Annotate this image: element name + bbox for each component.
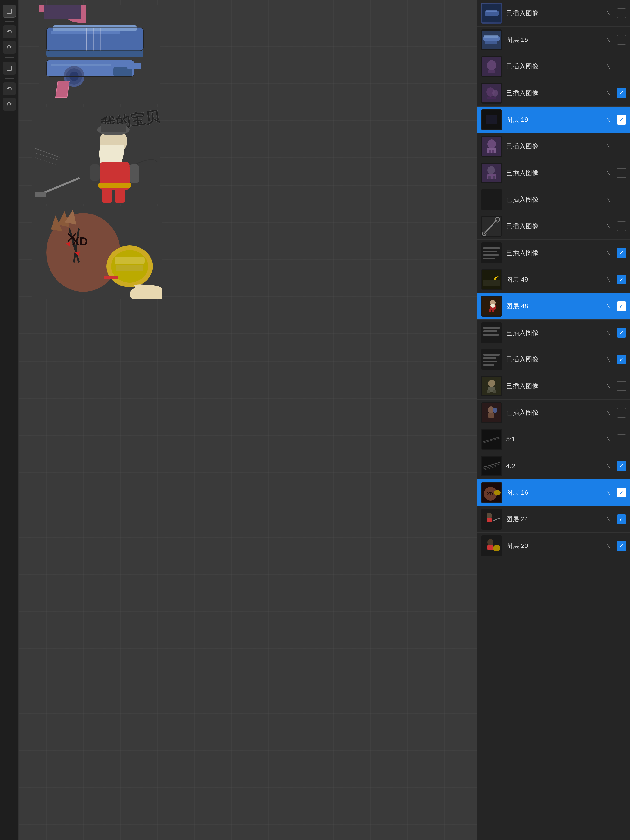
layer-info: 已插入图像	[506, 382, 605, 390]
layer-thumbnail	[481, 349, 502, 370]
divider3	[5, 78, 14, 79]
layer-visibility-checkbox[interactable]: ✓	[617, 115, 626, 125]
layer-mode: N	[605, 542, 612, 549]
layer-controls: N	[605, 8, 626, 18]
select-tool[interactable]	[3, 5, 16, 17]
layer-name: 4:2	[506, 462, 605, 470]
layer-row[interactable]: 已插入图像 N	[477, 53, 630, 80]
svg-point-67	[487, 139, 496, 149]
canvas-area[interactable]: 我的宝贝！	[19, 0, 477, 840]
svg-rect-52	[486, 10, 498, 11]
canvas-content: 我的宝贝！	[19, 0, 477, 840]
layer-thumbnail	[481, 83, 502, 104]
layer-mode: N	[605, 249, 612, 257]
layer-thumbnail	[481, 296, 502, 317]
layer-row[interactable]: 已插入图像 N	[477, 133, 630, 160]
layer-row[interactable]: 已插入图像 N ✓	[477, 320, 630, 346]
layer-thumbnail	[481, 136, 502, 157]
layer-thumbnail	[481, 243, 502, 263]
undo-tool[interactable]	[3, 25, 16, 38]
layer-visibility-checkbox[interactable]	[617, 434, 626, 444]
layer-visibility-checkbox[interactable]: ✓	[617, 355, 626, 364]
layer-visibility-checkbox[interactable]: ✓	[617, 541, 626, 551]
layer-info: 图层 15	[506, 35, 605, 44]
layer-row[interactable]: 已插入图像 N	[477, 160, 630, 186]
layer-row[interactable]: 已插入图像 N	[477, 186, 630, 213]
svg-rect-84	[484, 251, 498, 253]
svg-rect-48	[104, 276, 118, 279]
svg-rect-104	[484, 357, 496, 359]
layer-visibility-checkbox[interactable]	[617, 8, 626, 18]
layer-row-selected[interactable]: XD 图层 16 N ✓	[477, 479, 630, 506]
layer-name: 已插入图像	[506, 355, 605, 364]
layer-visibility-checkbox[interactable]	[617, 221, 626, 231]
layer-visibility-checkbox[interactable]	[617, 195, 626, 205]
layer-row[interactable]: 4:2 N ✓	[477, 453, 630, 479]
layer-select-tool[interactable]	[3, 62, 16, 74]
layer-mode: N	[605, 63, 612, 70]
svg-rect-129	[487, 518, 492, 523]
svg-rect-36	[35, 192, 46, 197]
layer-row[interactable]: 已插入图像 N	[477, 0, 630, 27]
layer-row[interactable]: 已插入图像 N ✓	[477, 240, 630, 266]
layer-mode: N	[605, 169, 612, 177]
layer-thumbnail	[481, 456, 502, 477]
redo-tool[interactable]	[3, 41, 16, 54]
layer-row[interactable]: 图层 20 N ✓	[477, 533, 630, 559]
layer-mode: N	[605, 383, 612, 390]
undo2-tool[interactable]	[3, 82, 16, 95]
layer-row-selected[interactable]: 图层 48 N ✓	[477, 293, 630, 320]
layer-name: 已插入图像	[506, 222, 605, 231]
layer-row[interactable]: 图层 24 N ✓	[477, 506, 630, 533]
svg-rect-56	[485, 41, 498, 44]
svg-rect-63	[487, 96, 496, 99]
svg-rect-101	[484, 334, 499, 336]
layer-name: 图层 24	[506, 515, 605, 524]
layer-thumbnail: XD	[481, 482, 502, 503]
layer-visibility-checkbox[interactable]: ✓	[617, 88, 626, 98]
layer-row[interactable]: 已插入图像 N	[477, 373, 630, 399]
layer-visibility-checkbox[interactable]: ✓	[617, 301, 626, 311]
svg-rect-98	[482, 324, 501, 342]
layer-row[interactable]: 已插入图像 N	[477, 399, 630, 426]
layer-row[interactable]: 已插入图像 N	[477, 213, 630, 240]
layer-visibility-checkbox[interactable]: ✓	[617, 275, 626, 284]
layer-visibility-checkbox[interactable]	[617, 62, 626, 71]
layer-controls: N	[605, 62, 626, 71]
layer-visibility-checkbox[interactable]: ✓	[617, 488, 626, 497]
svg-rect-96	[489, 309, 491, 312]
layer-mode: N	[605, 489, 612, 496]
layer-row[interactable]: 已插入图像 N ✓	[477, 346, 630, 373]
check-icon: ✓	[619, 277, 624, 282]
layer-info: 已插入图像	[506, 9, 605, 17]
layer-controls: N	[605, 221, 626, 231]
layer-row[interactable]: 图层 49 N ✓	[477, 266, 630, 293]
layer-visibility-checkbox[interactable]	[617, 381, 626, 391]
layer-name: 已插入图像	[506, 9, 605, 17]
layer-visibility-checkbox[interactable]	[617, 142, 626, 151]
layer-thumbnail	[481, 269, 502, 290]
layer-visibility-checkbox[interactable]: ✓	[617, 461, 626, 471]
svg-point-95	[490, 304, 495, 308]
layer-visibility-checkbox[interactable]	[617, 168, 626, 178]
layer-mode: N	[605, 276, 612, 283]
svg-rect-74	[488, 176, 491, 180]
layer-row[interactable]: 5:1 N	[477, 426, 630, 453]
redo2-tool[interactable]	[3, 98, 16, 111]
svg-rect-33	[102, 189, 112, 203]
check-icon: ✓	[619, 516, 624, 522]
layer-visibility-checkbox[interactable]: ✓	[617, 328, 626, 338]
layer-controls: N ✓	[605, 488, 626, 497]
layer-mode: N	[605, 356, 612, 363]
layer-row[interactable]: 已插入图像 N ✓	[477, 80, 630, 107]
layer-controls: N ✓	[605, 515, 626, 524]
svg-rect-106	[484, 364, 494, 366]
layer-visibility-checkbox[interactable]	[617, 408, 626, 418]
layer-visibility-checkbox[interactable]: ✓	[617, 515, 626, 524]
layer-controls: N	[605, 434, 626, 444]
layer-visibility-checkbox[interactable]	[617, 35, 626, 45]
layer-visibility-checkbox[interactable]: ✓	[617, 248, 626, 258]
layer-name: 已插入图像	[506, 62, 605, 71]
layer-row[interactable]: 图层 15 N	[477, 27, 630, 53]
layer-row-selected[interactable]: 图层 19 N ✓	[477, 107, 630, 133]
